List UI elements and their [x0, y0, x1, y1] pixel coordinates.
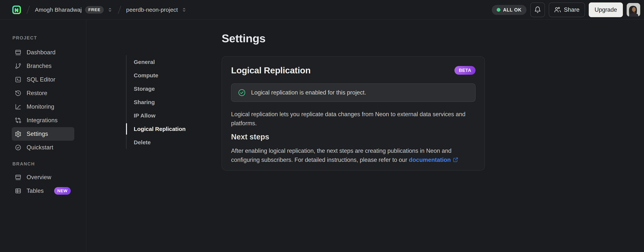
bell-icon [534, 6, 541, 14]
subnav-item-logical-replication[interactable]: Logical Replication [126, 122, 205, 136]
sidebar-item-label: Dashboard [26, 49, 56, 56]
project-name: peerdb-neon-project [126, 6, 178, 13]
user-avatar[interactable] [627, 3, 640, 16]
upgrade-button-label: Upgrade [594, 6, 617, 13]
sidebar-item-label: Tables [26, 188, 44, 194]
sidebar-item-integrations[interactable]: Integrations [12, 114, 74, 127]
chart-icon [15, 103, 22, 110]
subnav-item-sharing[interactable]: Sharing [126, 96, 205, 109]
users-icon [554, 6, 561, 13]
settings-subnav: General Compute Storage Sharing IP Allow… [126, 55, 205, 149]
alert-text: Logical replication is enabled for this … [251, 89, 366, 96]
sidebar-item-dashboard[interactable]: Dashboard [12, 46, 74, 59]
subnav-item-label: Storage [134, 86, 155, 92]
sidebar: PROJECT Dashboard Branches SQL Editor Re… [0, 20, 86, 252]
share-button-label: Share [564, 6, 580, 13]
history-icon [15, 90, 22, 96]
subnav-item-delete[interactable]: Delete [126, 136, 205, 149]
sidebar-item-label: Integrations [26, 117, 58, 124]
logical-replication-card: Logical Replication BETA Logical replica… [222, 56, 485, 170]
neon-console: { "topbar": { "logo_icon": "neon-logo", … [0, 0, 644, 252]
main-content: Settings Logical Replication BETA Logica… [222, 32, 485, 170]
documentation-link[interactable]: documentation [409, 156, 451, 163]
sidebar-item-label: SQL Editor [26, 76, 55, 83]
sidebar-item-overview[interactable]: Overview [12, 170, 74, 184]
new-badge: NEW [54, 187, 71, 195]
sidebar-section-branch: BRANCH Overview Tables NEW [12, 161, 74, 198]
subnav-item-label: Delete [134, 139, 151, 146]
beta-badge: BETA [454, 66, 476, 75]
chevrons-up-down-icon[interactable] [181, 7, 187, 13]
breadcrumb-divider [118, 6, 121, 14]
sidebar-item-label: Quickstart [26, 144, 54, 151]
check-circle-icon [238, 88, 246, 97]
sidebar-item-settings[interactable]: Settings [12, 127, 74, 141]
status-dot-icon [497, 8, 500, 12]
card-title: Logical Replication [231, 65, 310, 76]
subnav-item-label: Compute [134, 72, 158, 79]
sidebar-item-restore[interactable]: Restore [12, 86, 74, 100]
plan-badge: FREE [85, 6, 104, 14]
subnav-item-general[interactable]: General [126, 55, 205, 69]
subnav-item-ip-allow[interactable]: IP Allow [126, 109, 205, 122]
topbar-actions: ALL OK Share Upgrade [492, 2, 640, 17]
sidebar-section-project-label: PROJECT [12, 35, 74, 41]
sidebar-branch-list: Overview Tables NEW [12, 170, 74, 198]
breadcrumb-project[interactable]: peerdb-neon-project [126, 6, 187, 13]
breadcrumb-account[interactable]: Amogh Bharadwaj FREE [35, 6, 113, 14]
breadcrumb-divider [26, 6, 30, 14]
subnav-item-label: Sharing [134, 99, 155, 106]
next-steps-text: After enabling logical replication, the … [231, 146, 476, 164]
neon-logo[interactable] [12, 5, 22, 15]
sidebar-item-label: Restore [26, 90, 47, 96]
table-icon [15, 188, 22, 194]
dashboard-icon [15, 49, 22, 56]
sidebar-item-quickstart[interactable]: Quickstart [12, 141, 74, 154]
subnav-item-storage[interactable]: Storage [126, 82, 205, 96]
sidebar-item-label: Branches [26, 62, 52, 70]
topbar: Amogh Bharadwaj FREE peerdb-neon-project… [0, 0, 644, 20]
upgrade-button[interactable]: Upgrade [589, 2, 623, 17]
terminal-icon [15, 76, 22, 83]
subnav-item-label: Logical Replication [134, 126, 186, 132]
replication-enabled-alert: Logical replication is enabled for this … [231, 83, 476, 102]
subnav-item-compute[interactable]: Compute [126, 69, 205, 82]
subnav-item-label: General [134, 59, 155, 65]
sidebar-item-label: Monitoring [26, 103, 54, 110]
window-icon [15, 174, 22, 181]
card-header: Logical Replication BETA [231, 65, 476, 76]
page-title: Settings [222, 32, 485, 45]
status-badge-label: ALL OK [503, 7, 522, 13]
sidebar-item-sql-editor[interactable]: SQL Editor [12, 73, 74, 86]
sidebar-item-monitoring[interactable]: Monitoring [12, 100, 74, 114]
status-badge[interactable]: ALL OK [492, 5, 527, 15]
share-button[interactable]: Share [549, 2, 585, 17]
gear-icon [15, 130, 22, 137]
notifications-button[interactable] [530, 2, 545, 17]
sidebar-item-tables[interactable]: Tables NEW [12, 184, 74, 198]
chevrons-up-down-icon[interactable] [107, 7, 113, 13]
next-steps-title: Next steps [231, 132, 476, 142]
sidebar-section-branch-label: BRANCH [12, 161, 74, 167]
integrations-icon [15, 117, 22, 124]
sidebar-item-branches[interactable]: Branches [12, 59, 74, 73]
subnav-item-label: IP Allow [134, 112, 156, 119]
sidebar-item-label: Settings [26, 130, 48, 137]
git-branch-icon [15, 62, 22, 70]
sidebar-item-label: Overview [26, 174, 51, 181]
account-name: Amogh Bharadwaj [35, 6, 82, 13]
replication-description: Logical replication lets you replicate d… [231, 110, 476, 128]
external-link-icon[interactable] [453, 157, 458, 162]
sidebar-project-list: Dashboard Branches SQL Editor Restore Mo [12, 46, 74, 154]
check-circle-icon [15, 144, 22, 151]
